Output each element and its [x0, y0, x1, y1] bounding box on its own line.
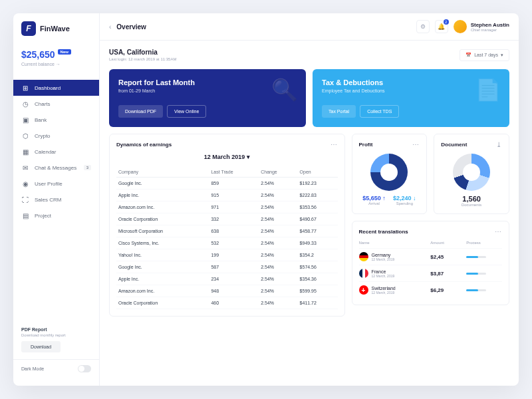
nav-icon: ✉ [21, 164, 29, 172]
settings-icon[interactable]: ⚙ [416, 20, 430, 33]
dark-mode-label: Dark Mode [21, 366, 44, 371]
sidebar-item-bank[interactable]: ▣Bank [13, 112, 99, 128]
download-pdf-button[interactable]: Download [21, 341, 61, 352]
document-icon: 📄 [475, 77, 501, 102]
pdf-report-section: PDF Report Download monthly report Downl… [13, 321, 99, 359]
arrival-value: $5,650 ↑ [362, 195, 386, 201]
view-online-button[interactable]: View Online [167, 105, 206, 118]
balance-label[interactable]: Current balance → [21, 62, 91, 66]
spending-value: $2,240 ↓ [393, 195, 416, 201]
table-row[interactable]: Google Inc.5872.54%$574.56 [116, 261, 338, 273]
earnings-panel: Dynamics of earnings ⋯ 12 March 2019 ▾ C… [109, 134, 345, 317]
badge: 3 [84, 165, 91, 170]
progress-bar [466, 289, 486, 291]
table-row[interactable]: Apple Inc.2342.54%$354.36 [116, 273, 338, 285]
nav-icon: ⊞ [21, 84, 29, 92]
location: USA, California [109, 49, 176, 56]
more-icon[interactable]: ⋯ [331, 141, 338, 148]
nav-icon: ⛶ [21, 196, 29, 203]
nav-icon: ▤ [21, 211, 29, 219]
sidebar-item-user-profile[interactable]: ◉User Profile [13, 176, 99, 192]
sidebar-item-calendar[interactable]: ▦Calendar [13, 144, 99, 160]
last-login: Last login: 12 march 2019 at 11:35AM [109, 57, 176, 61]
dark-mode-toggle[interactable] [78, 365, 91, 372]
balance-block: $25,650 New Current balance → [13, 44, 99, 74]
tax-title: Tax & Debuctions [322, 78, 500, 86]
collect-tds-button[interactable]: Collect TDS [360, 105, 399, 118]
table-row[interactable]: Microsoft Corporation6382.54%$458.77 [116, 225, 338, 237]
nav-icon: ◷ [21, 100, 29, 108]
sidebar: F FinWave $25,650 New Current balance → … [13, 13, 100, 386]
notification-icon[interactable]: 🔔2 [435, 20, 448, 33]
earnings-title: Dynamics of earnings [116, 142, 172, 148]
user-profile[interactable]: Stephen Austin Chief manager [454, 20, 509, 33]
nav-icon: ▦ [21, 148, 29, 156]
more-icon[interactable]: ⋯ [412, 141, 420, 148]
amount: $6,29 [430, 287, 466, 293]
location-row: USA, California Last login: 12 march 201… [109, 49, 509, 61]
table-row[interactable]: Yahoo! Inc.1992.54%$354.2 [116, 249, 338, 261]
magnify-icon: 🔍 [271, 77, 298, 102]
translation-row[interactable]: France12 March, 2019$3,87 [359, 265, 503, 281]
sidebar-item-project[interactable]: ▤Project [13, 207, 99, 223]
download-icon[interactable]: ⤓ [496, 141, 502, 148]
nav-icon: ⬡ [21, 132, 29, 140]
table-row[interactable]: Google Inc.8592.54%$192.23 [116, 178, 338, 190]
earnings-table: CompanyLast TradeChangeOpen Google Inc.8… [116, 167, 338, 309]
sidebar-item-chat-messages[interactable]: ✉Chat & Messages3 [13, 160, 99, 176]
table-row[interactable]: Cisco Systems, Inc.5322.54%$949.33 [116, 237, 338, 249]
document-donut-chart [453, 154, 490, 191]
progress-bar [466, 256, 486, 258]
avatar [454, 20, 467, 33]
tax-subtitle: Employee Tax and Debuctions [322, 88, 500, 93]
sidebar-item-charts[interactable]: ◷Charts [13, 96, 99, 112]
profit-panel: Profit ⋯ $5,650 ↑Arrival $2,240 ↓Spendin… [352, 134, 428, 214]
table-row[interactable]: Oracle Corporation4602.54%$411.72 [116, 297, 338, 309]
report-subtitle: from 01-29 March [118, 88, 297, 93]
flag-icon [359, 285, 368, 295]
panels-row: Dynamics of earnings ⋯ 12 March 2019 ▾ C… [109, 134, 509, 317]
dark-mode-row: Dark Mode [13, 359, 99, 378]
main-content: ‹ Overview ⚙ 🔔2 Stephen Austin Chief man… [100, 13, 519, 386]
back-icon[interactable]: ‹ [109, 23, 111, 31]
table-row[interactable]: Apple Inc.9152.54%$222.83 [116, 190, 338, 201]
nav-icon: ◉ [21, 180, 29, 188]
logo[interactable]: F FinWave [13, 21, 99, 44]
amount: $2,45 [430, 254, 466, 260]
translations-panel: Recent translations ⋯ NameAmountProcess … [352, 221, 510, 305]
sidebar-item-crypto[interactable]: ⬡Crypto [13, 128, 99, 144]
tax-portal-button[interactable]: Tax Portal [322, 105, 356, 118]
translation-row[interactable]: Switzerland12 March, 2019$6,29 [359, 281, 503, 298]
date-range-select[interactable]: 📅 Last 7 days ▾ [460, 49, 509, 61]
sidebar-item-sales-crm[interactable]: ⛶Sales CRM [13, 192, 99, 207]
translations-title: Recent translations [359, 229, 408, 235]
content-area: USA, California Last login: 12 march 201… [100, 41, 519, 386]
column-header: Company [116, 167, 209, 178]
table-row[interactable]: Amazon.com Inc.9482.54%$599.95 [116, 285, 338, 297]
document-count: 1,560 [441, 195, 502, 203]
table-row[interactable]: Amazon.com Inc.9712.54%$353.56 [116, 201, 338, 213]
nav: ⊞Dashboard◷Charts▣Bank⬡Crypto▦Calendar✉C… [13, 74, 99, 321]
page-title: Overview [116, 23, 410, 31]
topbar: ‹ Overview ⚙ 🔔2 Stephen Austin Chief man… [100, 13, 519, 41]
flag-icon [359, 269, 368, 278]
pdf-title: PDF Report [21, 327, 91, 332]
more-icon[interactable]: ⋯ [495, 228, 502, 235]
balance-amount: $25,650 [21, 49, 55, 60]
logo-icon: F [21, 21, 36, 36]
hero-cards: Report for Last Month from 01-29 March D… [109, 69, 509, 127]
report-card: Report for Last Month from 01-29 March D… [109, 69, 306, 127]
table-row[interactable]: Oracle Corporation3322.54%$490.67 [116, 213, 338, 225]
app-window: F FinWave $25,650 New Current balance → … [13, 13, 519, 386]
report-title: Report for Last Month [118, 78, 297, 86]
right-column: Profit ⋯ $5,650 ↑Arrival $2,240 ↓Spendin… [352, 134, 510, 317]
nav-icon: ▣ [21, 116, 29, 124]
translation-row[interactable]: Germany12 March, 2019$2,45 [359, 248, 503, 265]
tax-card: Tax & Debuctions Employee Tax and Debuct… [313, 69, 509, 127]
column-header: Open [298, 167, 338, 178]
sidebar-item-dashboard[interactable]: ⊞Dashboard [13, 80, 99, 96]
user-role: Chief manager [471, 28, 509, 32]
download-pdf-button[interactable]: Download PDF [118, 105, 163, 118]
earnings-date-select[interactable]: 12 March 2019 ▾ [116, 154, 338, 160]
document-title: Document [441, 142, 467, 148]
